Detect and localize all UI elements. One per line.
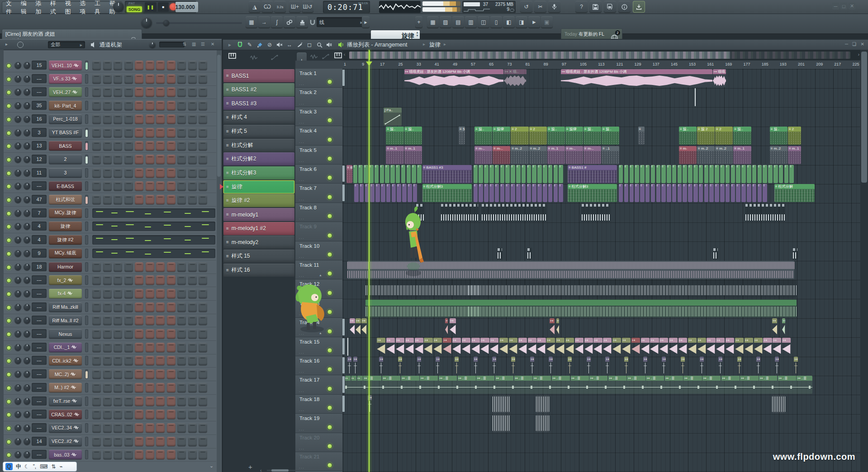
step-cell[interactable] — [103, 195, 112, 204]
playlist-clip[interactable]: ↦ 喵喵虎妞 - 朋友的酒 120BPM Bb 小调 — [404, 69, 504, 87]
channel-pan-knob[interactable] — [14, 290, 21, 297]
track-options[interactable]: ... — [299, 82, 305, 86]
step-cell[interactable] — [103, 74, 112, 84]
channel-pan-knob[interactable] — [14, 330, 21, 337]
track-led[interactable] — [327, 79, 332, 85]
ime-icon[interactable]: ⌁ — [60, 463, 63, 470]
playlist-clip[interactable]: ≡ — [537, 165, 542, 183]
playlist-clip[interactable]: ≡ — [661, 184, 666, 202]
channel-volume-knob[interactable] — [24, 170, 30, 176]
playlist-clip[interactable]: ↦ — [587, 357, 591, 375]
channel-led[interactable] — [6, 251, 11, 256]
pattern-arrow-button[interactable]: ▸ — [362, 16, 370, 28]
step-cell[interactable] — [177, 450, 186, 459]
track-options[interactable]: ... — [299, 197, 305, 201]
pattern-item[interactable]: ≡样式 4 — [223, 111, 294, 124]
playlist-clip[interactable]: ≡ — [731, 165, 735, 183]
track-led[interactable] — [327, 405, 332, 411]
playlist-clip[interactable]: ≡ — [768, 165, 773, 183]
playlist-scrollbar[interactable] — [860, 50, 868, 472]
main-volume-knob[interactable] — [113, 1, 124, 12]
step-cell[interactable] — [156, 262, 165, 272]
channel-preview-strip[interactable] — [92, 222, 215, 231]
track-led[interactable] — [327, 386, 332, 392]
step-cell[interactable] — [156, 302, 165, 312]
step-cell[interactable] — [114, 450, 122, 459]
channel-pan-knob[interactable] — [14, 196, 21, 203]
step-cell[interactable] — [124, 61, 133, 70]
song-mode-button[interactable]: SONG — [127, 6, 142, 12]
playlist-clip[interactable] — [347, 338, 348, 356]
playlist-clip[interactable]: ↦ — [681, 357, 685, 375]
channel-target-display[interactable]: --- — [32, 302, 47, 312]
channel-button[interactable]: Harmor — [49, 262, 82, 272]
playlist-clip[interactable]: ≡ — [532, 165, 536, 183]
playlist-clip[interactable] — [581, 203, 610, 222]
step-cell[interactable] — [124, 356, 133, 365]
step-cell[interactable] — [114, 369, 122, 379]
channel-button[interactable]: YT BASS #F — [49, 128, 82, 137]
track-header[interactable]: Track 19... — [295, 414, 342, 433]
rack-close-icon[interactable]: ✕ — [211, 42, 214, 47]
playlist-clip[interactable]: ≡ — [385, 165, 389, 183]
step-cell[interactable] — [188, 383, 197, 392]
playlist-clip[interactable]: ↦ — [773, 338, 781, 356]
step-cell[interactable] — [199, 87, 207, 97]
playlist-clip[interactable]: ↦ — [624, 357, 628, 375]
step-cell[interactable] — [124, 423, 133, 433]
step-cell[interactable] — [177, 195, 186, 204]
step-cell[interactable] — [199, 61, 207, 70]
step-cell[interactable] — [167, 155, 175, 164]
paint-icon[interactable] — [256, 41, 264, 48]
channel-target-display[interactable]: 11 — [32, 168, 47, 177]
step-cell[interactable] — [114, 383, 122, 392]
step-cell[interactable] — [167, 168, 175, 178]
save-new-version-icon[interactable] — [604, 1, 616, 13]
playlist-clip[interactable]: ↦ — [697, 338, 706, 356]
menu-item[interactable]: 工具 — [95, 0, 104, 16]
step-cell[interactable] — [156, 181, 165, 191]
step-cell[interactable] — [177, 168, 186, 178]
playlist-clip[interactable]: ≡ — [537, 184, 542, 202]
channel-preview-strip[interactable] — [92, 249, 215, 258]
step-cell[interactable] — [177, 410, 186, 419]
playlist-clip[interactable]: ≡ — [375, 165, 379, 183]
playhead[interactable] — [369, 50, 370, 472]
playlist-clip[interactable]: ↦ — [377, 338, 385, 356]
track-led[interactable] — [327, 175, 332, 180]
track-collapse-icon[interactable]: ▲ — [319, 274, 322, 277]
step-cell[interactable] — [199, 410, 207, 419]
step-cell[interactable] — [92, 141, 101, 151]
playlist-minimap[interactable]: ‹ › — [343, 50, 860, 60]
track-selector-strip[interactable] — [342, 319, 345, 335]
step-cell[interactable] — [156, 343, 165, 352]
step-cell[interactable] — [177, 275, 186, 285]
step-cell[interactable] — [199, 101, 207, 110]
playlist-clip[interactable]: ≡ — [651, 184, 655, 202]
piano-roll-icon[interactable]: ▤ — [452, 16, 464, 28]
playlist-clip[interactable]: ≡ m..2 — [697, 146, 715, 164]
rack-updown-icon[interactable]: ⇅ — [183, 42, 186, 47]
playlist-icon[interactable]: ▦ — [427, 16, 439, 28]
track-header[interactable]: Track 9... — [295, 222, 342, 241]
playlist-clip[interactable]: ↦ — [678, 338, 687, 356]
playlist-clip[interactable] — [493, 414, 510, 432]
playlist-clip[interactable]: ≡ — [543, 184, 547, 202]
stop-button[interactable]: ■ — [158, 2, 169, 12]
playlist-clip[interactable]: ≡ — [704, 165, 709, 183]
channel-button[interactable]: kit- Part_4 — [49, 101, 82, 110]
step-cell[interactable] — [177, 329, 186, 339]
pat-mode-label[interactable]: PAT — [128, 1, 135, 5]
step-cell[interactable] — [92, 356, 101, 365]
step-cell[interactable] — [188, 195, 197, 204]
stamp-icon[interactable] — [296, 16, 308, 28]
step-cell[interactable] — [156, 383, 165, 392]
step-cell[interactable] — [177, 87, 186, 97]
playlist-clip[interactable]: ≡ 旋.. — [474, 127, 492, 145]
step-cell[interactable] — [177, 302, 186, 312]
step-cell[interactable] — [124, 181, 133, 191]
channel-led[interactable] — [6, 426, 11, 431]
channel-pan-knob[interactable] — [14, 102, 21, 109]
playlist-clip[interactable]: ↦ — [603, 338, 612, 356]
playlist-clip[interactable]: ≡ — [638, 127, 645, 145]
